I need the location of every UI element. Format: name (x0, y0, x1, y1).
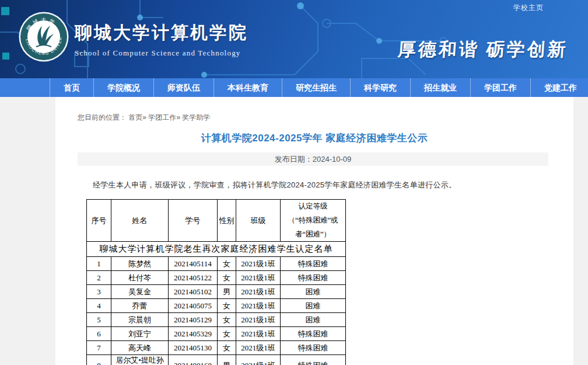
main-nav: 首页学院概况师资队伍本科生教育研究生招生科学研究招生就业学团工作党建工作学风建设 (0, 78, 588, 97)
table-cell: 特殊困难 (281, 341, 346, 355)
table-cell: 女 (218, 271, 236, 285)
nav-item-6[interactable]: 科学研究 (351, 78, 411, 97)
publish-date-bar: 发布日期：2024-10-09 (78, 152, 548, 166)
col-header-id: 学号 (169, 200, 218, 242)
table-row-8: 8居尔艾•提吐孙江2021400168男2021级1班特殊困难 (87, 355, 346, 365)
table-cell: 2021级1班 (236, 341, 281, 355)
page-title: 计算机学院2024-2025学年 家庭经济困难学生公示 (55, 131, 573, 145)
students-table-head: 聊城大学计算机学院老生再次家庭经济困难学生认定名单 (87, 242, 346, 257)
table-cell: 5 (87, 313, 111, 327)
table-row-4: 4乔蕾2021405075女2021级1班困难 (87, 299, 346, 313)
nav-item-5[interactable]: 研究生招生 (282, 78, 351, 97)
table-cell: 特殊困难 (281, 327, 346, 341)
table-cell: 2021级1班 (236, 355, 281, 365)
table-cell: 2021级1班 (236, 299, 281, 313)
table-title-row: 聊城大学计算机学院老生再次家庭经济困难学生认定名单 (87, 242, 346, 257)
table-cell: 高天峰 (111, 341, 169, 355)
table-row-3: 3吴复金2021405102男2021级1班困难 (87, 285, 346, 299)
col-header-index: 序号 (87, 200, 111, 242)
breadcrumb-links: 首页» 学团工作» 奖学助学 (127, 113, 210, 121)
table-cell: 4 (87, 299, 111, 313)
nav-item-7[interactable]: 招生就业 (411, 78, 471, 97)
breadcrumb-label: 您目前的位置： (78, 113, 127, 121)
intro-paragraph: 经学生本人申请，班级评议，学院审查，拟将计算机学院2024-2025学年家庭经济… (78, 180, 550, 190)
table-cell: 女 (218, 313, 236, 327)
table-cell: 2021405329 (169, 327, 218, 341)
col-header-class: 班级 (236, 200, 281, 242)
table-row-5: 5宗晨朝2021405129女2021级1班困难 (87, 313, 346, 327)
nav-item-1[interactable]: 首页 (50, 78, 94, 97)
table-cell: 男 (218, 285, 236, 299)
table-cell: 2021400168 (169, 355, 218, 365)
col-header-gender: 性别 (218, 200, 236, 242)
table-cell: 2021405075 (169, 299, 218, 313)
site-header: 学校主页 LIAOCHENG UNIVERSITY 聊城大学 聊城大学计算机学院… (0, 0, 588, 78)
students-table: 聊城大学计算机学院老生再次家庭经济困难学生认定名单 序号 姓名 学号 性别 班级… (86, 199, 346, 365)
table-cell: 刘亚宁 (111, 327, 169, 341)
table-cell: 特殊困难 (281, 271, 346, 285)
content-panel: 您目前的位置： 首页» 学团工作» 奖学助学 计算机学院2024-2025学年 … (55, 97, 573, 365)
nav-item-4[interactable]: 本科生教育 (214, 78, 282, 97)
table-cell: 困难 (281, 299, 346, 313)
table-cell: 1 (87, 257, 111, 271)
table-cell: 7 (87, 341, 111, 355)
table-cell: 居尔艾•提吐孙江 (111, 355, 169, 365)
table-title: 聊城大学计算机学院老生再次家庭经济困难学生认定名单 (87, 242, 346, 257)
table-cell: 困难 (281, 285, 346, 299)
table-cell: 2021级1班 (236, 271, 281, 285)
publish-date-value: 2024-10-09 (313, 155, 352, 164)
table-cell: 2021405102 (169, 285, 218, 299)
breadcrumb-link-1[interactable]: 首页 (127, 113, 142, 121)
table-cell: 吴复金 (111, 285, 169, 299)
table-cell: 女 (218, 327, 236, 341)
site-title: 聊城大学计算机学院 (75, 21, 248, 45)
nav-item-9[interactable]: 党建工作 (531, 78, 588, 97)
table-cell: 2021405129 (169, 313, 218, 327)
table-row-7: 7高天峰2021405130女2021级1班特殊困难 (87, 341, 346, 355)
col-header-grade: 认定等级 （“特殊困难”或 者“困难”） (281, 200, 346, 242)
publish-date-label: 发布日期： (275, 155, 313, 164)
table-cell: 2021405122 (169, 271, 218, 285)
table-cell: 2021405114 (169, 257, 218, 271)
nav-item-2[interactable]: 学院概况 (94, 78, 154, 97)
table-row-2: 2杜付芩2021405122女2021级1班特殊困难 (87, 271, 346, 285)
table-cell: 女 (218, 257, 236, 271)
university-logo-icon: LIAOCHENG UNIVERSITY 聊城大学 (19, 12, 69, 62)
table-cell: 2021级1班 (236, 313, 281, 327)
school-motto: 厚德和谐 砺学创新 (397, 37, 569, 62)
table-row-1: 1陈梦然2021405114女2021级1班特殊困难 (87, 257, 346, 271)
students-table-headers: 序号 姓名 学号 性别 班级 认定等级 （“特殊困难”或 者“困难”） (87, 200, 346, 242)
school-home-link[interactable]: 学校主页 (513, 3, 544, 13)
table-cell: 3 (87, 285, 111, 299)
site-branding: 聊城大学计算机学院 School of Computer Science and… (75, 21, 248, 58)
table-cell: 2021级1班 (236, 257, 281, 271)
nav-item-8[interactable]: 学团工作 (471, 78, 531, 97)
nav-item-3[interactable]: 师资队伍 (154, 78, 214, 97)
table-cell: 2021级1班 (236, 285, 281, 299)
breadcrumb-link-2[interactable]: 学团工作 (146, 113, 176, 121)
table-cell: 6 (87, 327, 111, 341)
table-row-6: 6刘亚宁2021405329女2021级1班特殊困难 (87, 327, 346, 341)
table-cell: 特殊困难 (281, 257, 346, 271)
table-cell: 特殊困难 (281, 355, 346, 365)
table-cell: 2021级1班 (236, 327, 281, 341)
students-table-body: 1陈梦然2021405114女2021级1班特殊困难2杜付芩2021405122… (87, 257, 346, 365)
table-cell: 2021405130 (169, 341, 218, 355)
site-subtitle: School of Computer Science and Technolog… (75, 48, 248, 58)
table-cell: 女 (218, 341, 236, 355)
col-header-name: 姓名 (111, 200, 169, 242)
breadcrumb-link-3[interactable]: 奖学助学 (180, 113, 210, 121)
table-cell: 杜付芩 (111, 271, 169, 285)
table-cell: 女 (218, 299, 236, 313)
table-header-row: 序号 姓名 学号 性别 班级 认定等级 （“特殊困难”或 者“困难”） (87, 200, 346, 242)
table-cell: 2 (87, 271, 111, 285)
table-cell: 陈梦然 (111, 257, 169, 271)
table-cell: 乔蕾 (111, 299, 169, 313)
breadcrumb: 您目前的位置： 首页» 学团工作» 奖学助学 (78, 113, 573, 123)
table-cell: 宗晨朝 (111, 313, 169, 327)
table-cell: 8 (87, 355, 111, 365)
table-cell: 困难 (281, 313, 346, 327)
table-cell: 男 (218, 355, 236, 365)
